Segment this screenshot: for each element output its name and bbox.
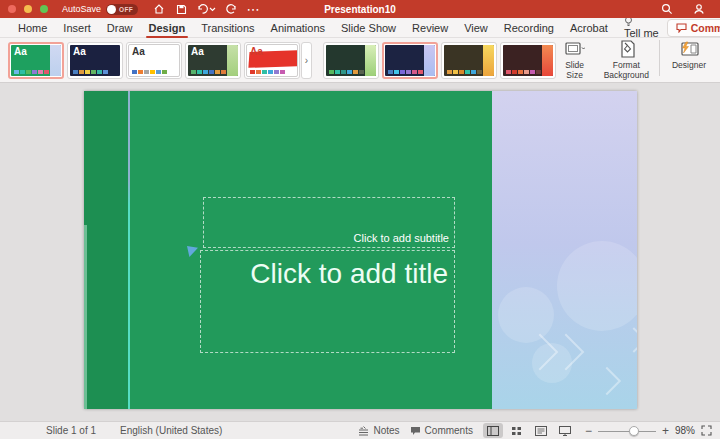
theme-preview: Aa: [188, 45, 238, 76]
theme-gallery: AaAaAaAaAa: [8, 42, 300, 79]
zoom-slider-thumb[interactable]: [629, 426, 639, 436]
tab-insert[interactable]: Insert: [62, 20, 92, 36]
tab-design[interactable]: Design: [148, 20, 187, 36]
account-icon[interactable]: [690, 2, 708, 16]
theme-thumbnail-4[interactable]: Aa: [185, 42, 241, 79]
tab-draw[interactable]: Draw: [106, 20, 134, 36]
autosave-toggle[interactable]: OFF: [106, 4, 138, 15]
tab-home[interactable]: Home: [17, 20, 48, 36]
slide-counter: Slide 1 of 1: [46, 425, 96, 436]
theme-color-swatches: [506, 70, 541, 74]
variant-thumbnail-3[interactable]: [441, 42, 497, 79]
tab-recording[interactable]: Recording: [503, 20, 555, 36]
zoom-controls: − + 98%: [585, 425, 712, 437]
variant-preview: [326, 45, 376, 76]
slide-accent-line: [128, 91, 130, 409]
minimize-window-button[interactable]: [24, 5, 32, 13]
normal-view-button[interactable]: [483, 423, 503, 438]
search-icon[interactable]: [658, 2, 676, 16]
reading-view-button[interactable]: [531, 423, 551, 438]
zoom-window-button[interactable]: [40, 5, 48, 13]
theme-color-swatches: [73, 70, 108, 74]
subtitle-placeholder[interactable]: Click to add subtitle: [203, 197, 455, 248]
window-controls: [8, 5, 48, 13]
designer-button[interactable]: Designer: [670, 39, 708, 71]
notes-icon: [358, 426, 369, 436]
autosave-toggle-knob: [107, 5, 116, 14]
theme-thumbnail-2[interactable]: Aa: [67, 42, 123, 79]
tab-list: HomeInsertDrawDesignTransitionsAnimation…: [10, 14, 667, 41]
comments-toggle-label: Comments: [425, 425, 473, 436]
preview-accent-strip: [227, 45, 238, 76]
zoom-in-button[interactable]: +: [662, 425, 669, 437]
decor-circle: [557, 241, 637, 331]
decor-chevron: [621, 327, 637, 352]
slide-canvas[interactable]: Click to add subtitle Click to add title: [84, 91, 637, 409]
slide-sorter-view-button[interactable]: [507, 423, 527, 438]
slide-editing-area: Click to add subtitle Click to add title: [0, 83, 720, 421]
theme-preview: Aa: [129, 45, 179, 76]
autosave-label: AutoSave: [62, 4, 101, 14]
theme-thumbnail-5[interactable]: Aa: [244, 42, 300, 79]
autosave-state-label: OFF: [119, 6, 133, 13]
close-window-button[interactable]: [8, 5, 16, 13]
titlebar: AutoSave OFF ⋯ Presentation10: [0, 0, 720, 18]
slide-right-panel: [492, 91, 637, 409]
variant-thumbnail-1[interactable]: [323, 42, 379, 79]
comments-icon: [410, 426, 421, 436]
zoom-out-button[interactable]: −: [585, 425, 592, 437]
undo-icon[interactable]: [194, 2, 218, 16]
decor-chevron: [593, 367, 621, 395]
tab-view[interactable]: View: [463, 20, 489, 36]
save-icon[interactable]: [172, 2, 190, 16]
tab-transitions[interactable]: Transitions: [200, 20, 255, 36]
notes-button[interactable]: Notes: [358, 425, 399, 436]
theme-thumbnail-3[interactable]: Aa: [126, 42, 182, 79]
zoom-slider-track: [598, 431, 656, 432]
format-background-icon: [618, 39, 635, 59]
slide-show-button[interactable]: [555, 423, 575, 438]
preview-accent-strip: [424, 45, 435, 76]
theme-color-swatches: [191, 70, 226, 74]
subtitle-placeholder-text: Click to add subtitle: [354, 232, 449, 244]
slide-size-button[interactable]: SlideSize: [556, 39, 594, 81]
title-placeholder-text: Click to add title: [250, 258, 448, 289]
autofit-indicator[interactable]: [187, 246, 198, 257]
variant-thumbnail-2-selected[interactable]: [382, 42, 438, 79]
designer-icon: [679, 39, 699, 59]
tab-acrobat[interactable]: Acrobat: [569, 20, 609, 36]
preview-accent-strip: [483, 45, 494, 76]
comments-button[interactable]: Comments: [667, 19, 720, 37]
theme-color-swatches: [447, 70, 482, 74]
title-placeholder[interactable]: Click to add title: [200, 250, 455, 353]
more-themes-button[interactable]: ›: [301, 42, 312, 79]
zoom-slider[interactable]: [598, 426, 656, 436]
status-bar: Slide 1 of 1 English (United States) Not…: [0, 421, 720, 439]
tab-review[interactable]: Review: [411, 20, 449, 36]
tab-animations[interactable]: Animations: [270, 20, 326, 36]
redo-icon[interactable]: [222, 2, 240, 16]
theme-aa-label: Aa: [250, 46, 263, 57]
ribbon-divider: [659, 40, 660, 76]
tab-slide-show[interactable]: Slide Show: [340, 20, 397, 36]
format-background-button[interactable]: FormatBackground: [604, 39, 649, 81]
theme-preview: Aa: [247, 45, 297, 76]
theme-color-swatches: [388, 70, 423, 74]
slide-left-edge-highlight: [84, 225, 87, 409]
more-commands-icon[interactable]: ⋯: [244, 2, 262, 16]
theme-color-swatches: [132, 70, 167, 74]
zoom-level[interactable]: 98%: [675, 425, 695, 436]
home-icon[interactable]: [150, 2, 168, 16]
variant-thumbnail-4[interactable]: [500, 42, 556, 79]
ribbon-tools: SlideSizeFormatBackgroundDesigner: [556, 39, 712, 81]
variant-preview: [385, 45, 435, 76]
tab-tell-me[interactable]: Tell me: [623, 14, 660, 41]
theme-color-swatches: [14, 70, 49, 74]
language-indicator[interactable]: English (United States): [120, 425, 222, 436]
fit-slide-to-window-icon[interactable]: [701, 425, 712, 436]
preview-accent-strip: [365, 45, 376, 76]
preview-accent-strip: [542, 45, 553, 76]
theme-thumbnail-1-selected[interactable]: Aa: [8, 42, 64, 79]
comments-toggle-button[interactable]: Comments: [410, 425, 473, 436]
decor-circle: [498, 287, 554, 343]
